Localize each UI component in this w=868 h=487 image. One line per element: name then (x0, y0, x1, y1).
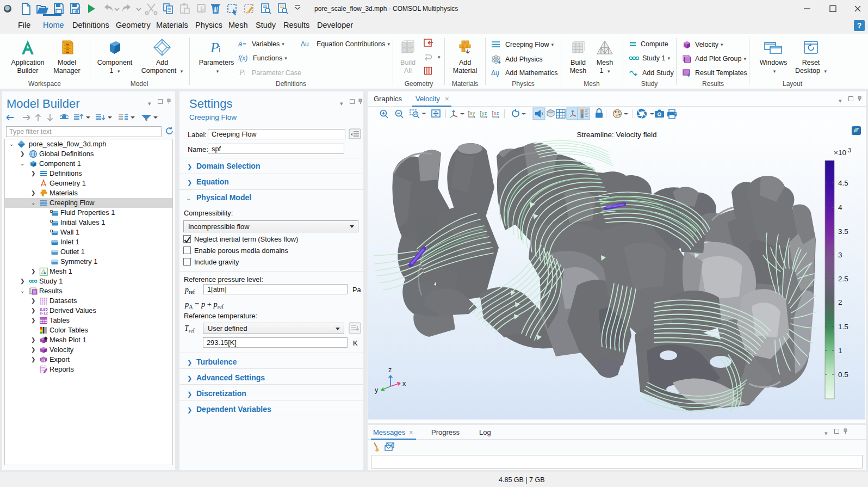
svg-text:4: 4 (838, 204, 842, 212)
svg-text:f(x): f(x) (238, 54, 247, 62)
svg-text:1: 1 (838, 347, 842, 355)
svg-text:1.5: 1.5 (838, 323, 848, 331)
svg-text:×10-3: ×10-3 (834, 147, 851, 157)
svg-text:z: z (388, 366, 392, 374)
svg-text:3.5: 3.5 (838, 227, 848, 236)
svg-text:y: y (375, 386, 379, 394)
svg-text:y: y (473, 110, 475, 116)
svg-text:3: 3 (838, 251, 842, 259)
svg-text:i: i (244, 71, 245, 76)
svg-text:2: 2 (838, 298, 842, 306)
svg-text:=: = (243, 40, 246, 48)
svg-text:e-12: e-12 (40, 311, 48, 315)
svg-text:i: i (219, 45, 220, 54)
svg-text:P: P (239, 69, 244, 77)
svg-text:4.5: 4.5 (838, 179, 848, 187)
svg-text:z: z (497, 110, 499, 116)
svg-text:z: z (485, 110, 487, 116)
svg-text:0.5: 0.5 (838, 371, 848, 379)
svg-text:Δu: Δu (301, 40, 309, 48)
svg-text:a: a (238, 40, 242, 48)
svg-text:x: x (402, 380, 406, 387)
svg-text:P: P (210, 40, 219, 56)
svg-text:D: D (50, 209, 53, 214)
svg-text:D: D (50, 229, 53, 233)
svg-text:2.5: 2.5 (838, 275, 848, 283)
svg-text:D: D (50, 219, 53, 224)
